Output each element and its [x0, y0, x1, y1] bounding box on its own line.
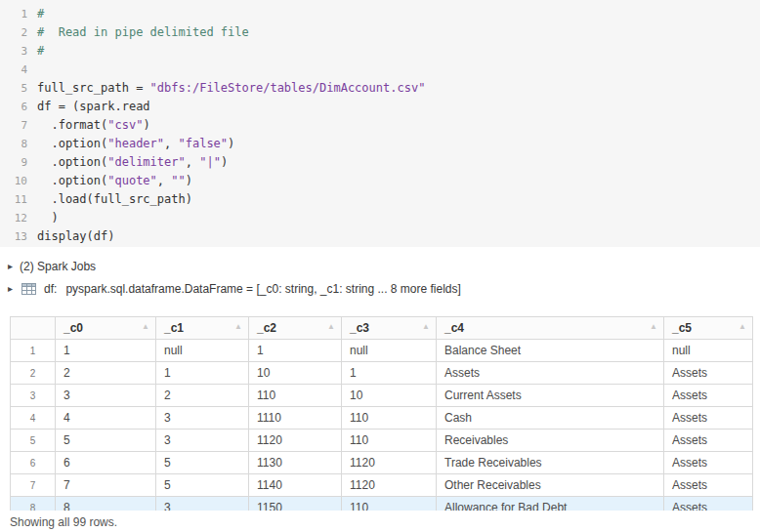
code-text: #: [37, 5, 44, 23]
cell-_c4: Receivables: [437, 430, 664, 452]
notebook-cell: 1#2# Read in pipe delimited file3#45full…: [0, 0, 760, 532]
sort-asc-icon[interactable]: ▲: [650, 323, 657, 331]
sort-asc-icon[interactable]: ▲: [422, 323, 430, 331]
spark-jobs-label: (2) Spark Jobs: [20, 260, 96, 273]
column-header-_c1[interactable]: _c1▲: [156, 317, 249, 340]
code-text: # Read in pipe delimited file: [37, 23, 249, 42]
table-row[interactable]: 4431110110CashAssets: [11, 407, 753, 430]
column-label: _c4: [444, 321, 464, 335]
table-header: _c0▲_c1▲_c2▲_c3▲_c4▲_c5▲: [11, 317, 753, 340]
column-label: _c3: [350, 321, 369, 335]
column-header-_c3[interactable]: _c3▲: [342, 317, 437, 340]
table-row[interactable]: 66511301120Trade ReceivablesAssets: [11, 452, 753, 474]
cell-_c4: Allowance for Bad Debt: [437, 497, 664, 512]
cell-_c1: 5: [156, 474, 249, 497]
cell-_c2: 1: [249, 340, 342, 362]
cell-_c0: 3: [56, 385, 156, 407]
cell-_c4: Other Receivables: [437, 474, 664, 497]
cell-_c0: 5: [56, 430, 156, 452]
code-text: .option("header", "false"): [37, 135, 234, 153]
dataframe-table-icon: [21, 283, 36, 295]
cell-_c0: 4: [56, 407, 156, 430]
cell-_c4: Balance Sheet: [437, 340, 664, 362]
sort-asc-icon[interactable]: ▲: [739, 323, 746, 331]
row-number: 5: [11, 430, 56, 452]
code-line: 3#: [0, 42, 760, 61]
column-header-_c5[interactable]: _c5▲: [664, 317, 753, 340]
column-header-_c4[interactable]: _c4▲: [437, 317, 664, 340]
table-row[interactable]: 33211010Current AssetsAssets: [11, 385, 753, 407]
cell-_c2: 1150: [249, 497, 342, 512]
cell-_c1: 5: [156, 452, 249, 474]
line-number: 7: [0, 116, 37, 135]
cell-_c3: null: [342, 340, 437, 362]
row-number: 6: [11, 452, 56, 474]
code-text: .format("csv"): [37, 116, 150, 135]
cell-_c4: Trade Receivables: [437, 452, 664, 474]
row-number-header: [11, 317, 56, 340]
code-line: 5full_src_path = "dbfs:/FileStore/tables…: [0, 79, 760, 98]
cell-output: ▸ (2) Spark Jobs ▸ df: pyspark.sql.dataf…: [0, 257, 760, 529]
cell-_c5: null: [664, 340, 753, 362]
column-label: _c0: [63, 321, 83, 335]
disclosure-triangle-icon[interactable]: ▸: [8, 284, 13, 294]
code-text: .option("delimiter", "|"): [37, 153, 228, 172]
cell-_c1: 3: [156, 430, 249, 452]
code-text: .option("quote", ""): [37, 172, 192, 190]
line-number: 13: [0, 227, 37, 246]
sort-asc-icon[interactable]: ▲: [234, 323, 242, 331]
line-number: 5: [0, 79, 37, 98]
cell-_c4: Current Assets: [437, 385, 664, 407]
table-row[interactable]: 77511401120Other ReceivablesAssets: [11, 474, 753, 497]
row-count-status: Showing all 99 rows.: [8, 515, 760, 529]
cell-_c2: 1140: [249, 474, 342, 497]
code-text: .load(full_src_path): [37, 190, 192, 209]
column-header-_c0[interactable]: _c0▲: [56, 317, 156, 340]
line-number: 6: [0, 98, 37, 116]
table-row[interactable]: 8831150110Allowance for Bad DebtAssets: [11, 497, 753, 512]
row-number: 1: [11, 340, 56, 362]
line-number: 12: [0, 209, 37, 227]
line-number: 3: [0, 42, 37, 61]
table-row[interactable]: 5531120110ReceivablesAssets: [11, 430, 753, 452]
disclosure-triangle-icon[interactable]: ▸: [8, 262, 13, 271]
code-line: 2# Read in pipe delimited file: [0, 23, 760, 42]
code-text: display(df): [37, 227, 114, 246]
code-text: full_src_path = "dbfs:/FileStore/tables/…: [37, 79, 425, 98]
code-line: 11 .load(full_src_path): [0, 190, 760, 209]
cell-_c0: 6: [56, 452, 156, 474]
cell-_c3: 1120: [342, 452, 437, 474]
cell-_c1: 2: [156, 385, 249, 407]
cell-_c1: 3: [156, 407, 249, 430]
code-line: 13display(df): [0, 227, 760, 246]
dataframe-summary-row[interactable]: ▸ df: pyspark.sql.dataframe.DataFrame = …: [8, 279, 760, 299]
code-text: ): [37, 209, 59, 227]
spark-jobs-row[interactable]: ▸ (2) Spark Jobs: [8, 257, 760, 276]
cell-_c3: 110: [342, 497, 437, 512]
cell-_c4: Cash: [437, 407, 664, 430]
sort-asc-icon[interactable]: ▲: [142, 323, 149, 331]
line-number: 1: [0, 5, 37, 23]
row-number: 7: [11, 474, 56, 497]
cell-_c5: Assets: [664, 407, 753, 430]
line-number: 10: [0, 172, 37, 190]
row-number: 4: [11, 407, 56, 430]
cell-_c2: 110: [249, 385, 342, 407]
line-number: 2: [0, 23, 37, 42]
results-table-container[interactable]: _c0▲_c1▲_c2▲_c3▲_c4▲_c5▲ 11null1nullBala…: [10, 316, 754, 511]
column-header-_c2[interactable]: _c2▲: [249, 317, 342, 340]
line-number: 8: [0, 135, 37, 153]
cell-_c3: 10: [342, 385, 437, 407]
cell-_c0: 1: [56, 340, 156, 362]
table-row[interactable]: 221101AssetsAssets: [11, 362, 753, 385]
code-line: 6df = (spark.read: [0, 98, 760, 116]
cell-_c3: 1: [342, 362, 437, 385]
cell-_c0: 7: [56, 474, 156, 497]
code-editor[interactable]: 1#2# Read in pipe delimited file3#45full…: [0, 0, 760, 247]
sort-asc-icon[interactable]: ▲: [327, 323, 335, 331]
code-line: 9 .option("delimiter", "|"): [0, 153, 760, 172]
code-line: 12 ): [0, 209, 760, 227]
row-number: 8: [11, 497, 56, 512]
table-row[interactable]: 11null1nullBalance Sheetnull: [11, 340, 753, 362]
column-label: _c2: [257, 321, 276, 335]
